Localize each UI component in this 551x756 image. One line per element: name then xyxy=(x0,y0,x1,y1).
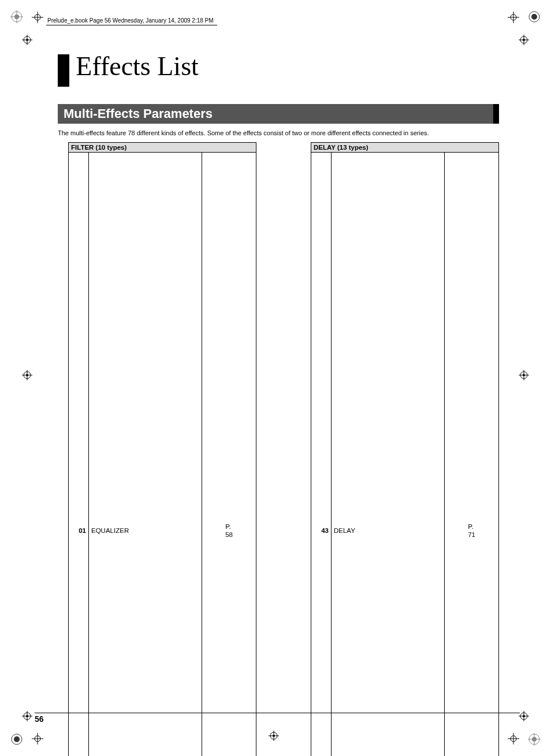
row-page: P. 71 xyxy=(445,153,499,757)
table-row: 43DELAYP. 71 xyxy=(311,153,499,757)
svg-point-7 xyxy=(14,736,20,742)
corner-mark-icon xyxy=(508,12,519,23)
svg-point-31 xyxy=(26,715,28,717)
crop-mark-icon xyxy=(519,711,529,721)
svg-point-35 xyxy=(523,715,525,717)
corner-mark-icon xyxy=(508,733,519,744)
crop-mark-icon xyxy=(22,35,32,45)
right-column: DELAY (13 types)43DELAYP. 7144LONG DELAY… xyxy=(311,142,499,756)
page: Prelude_e.book Page 56 Wednesday, Januar… xyxy=(0,0,551,756)
row-number: 01 xyxy=(69,153,89,757)
title-block: Effects List xyxy=(58,54,499,87)
svg-point-15 xyxy=(26,39,28,41)
svg-point-5 xyxy=(531,14,537,20)
right-table: DELAY (13 types)43DELAYP. 7144LONG DELAY… xyxy=(311,142,499,756)
page-title: Effects List xyxy=(76,51,198,81)
section-header: Multi-Effects Parameters xyxy=(58,104,499,124)
title-side-bar xyxy=(58,54,69,87)
left-column: FILTER (10 types)01EQUALIZERP. 5802SPECT… xyxy=(68,142,256,756)
row-name: EQUALIZER xyxy=(89,153,202,757)
table-row: 01EQUALIZERP. 58 xyxy=(69,153,256,757)
svg-point-27 xyxy=(523,374,525,376)
reg-mark-icon xyxy=(10,10,23,23)
crop-mark-icon xyxy=(22,370,32,380)
corner-mark-icon xyxy=(32,733,43,744)
row-page: P. 58 xyxy=(202,153,256,757)
row-name: DELAY xyxy=(332,153,445,757)
row-number: 43 xyxy=(311,153,332,757)
left-table: FILTER (10 types)01EQUALIZERP. 5802SPECT… xyxy=(68,142,256,756)
section-label: DELAY (13 types) xyxy=(311,143,499,153)
header-note: Prelude_e.book Page 56 Wednesday, Januar… xyxy=(46,17,217,25)
crop-mark-icon xyxy=(519,370,529,380)
corner-mark-icon xyxy=(32,12,43,23)
columns: FILTER (10 types)01EQUALIZERP. 5802SPECT… xyxy=(68,142,499,756)
svg-point-23 xyxy=(26,374,28,376)
section-label: FILTER (10 types) xyxy=(69,143,256,153)
crop-mark-icon xyxy=(269,731,279,741)
intro-text: The multi-effects feature 78 different k… xyxy=(58,129,499,136)
svg-point-19 xyxy=(523,39,525,41)
section-row: DELAY (13 types) xyxy=(311,143,499,153)
reg-mark-icon xyxy=(10,733,23,746)
crop-mark-icon xyxy=(22,711,32,721)
section-row: FILTER (10 types) xyxy=(69,143,256,153)
reg-mark-icon xyxy=(528,733,541,746)
crop-mark-icon xyxy=(519,35,529,45)
page-number: 56 xyxy=(35,713,520,724)
reg-mark-icon xyxy=(528,10,541,23)
svg-point-39 xyxy=(273,735,275,737)
